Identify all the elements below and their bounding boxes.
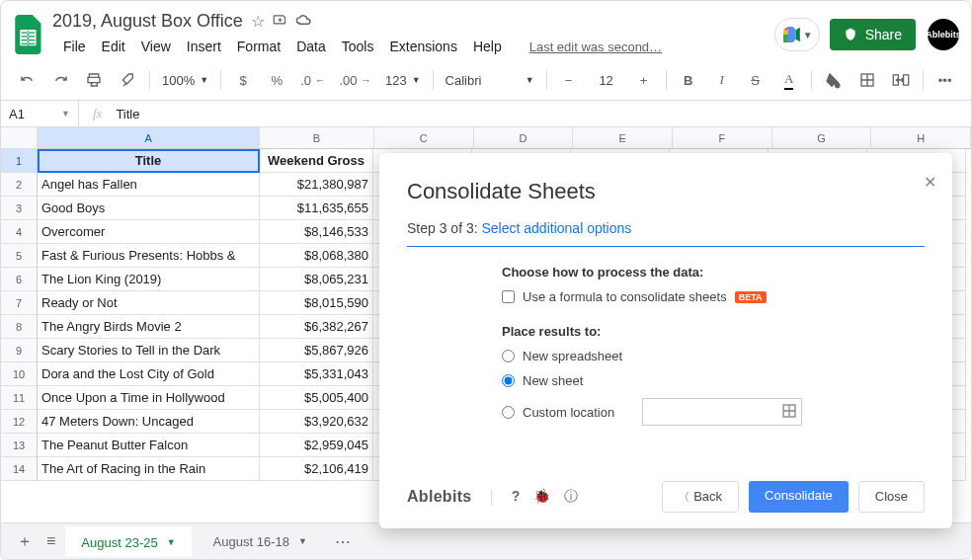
cell[interactable]: $2,959,045	[260, 434, 373, 457]
fill-color-button[interactable]	[818, 67, 850, 94]
row-header[interactable]: 13	[1, 434, 38, 457]
document-title[interactable]: 2019, August Box Office	[52, 11, 243, 32]
row-header[interactable]: 14	[1, 457, 38, 481]
column-header-c[interactable]: C	[374, 127, 474, 149]
increase-decimal-button[interactable]: .00 →	[333, 68, 377, 93]
merge-cells-button[interactable]	[885, 68, 917, 92]
cell[interactable]: The Art of Racing in the Rain	[38, 457, 260, 481]
cell[interactable]: Ready or Not	[38, 291, 260, 315]
column-header-b[interactable]: B	[260, 127, 374, 149]
more-formats-select[interactable]: 123▼	[379, 70, 427, 91]
custom-location-input[interactable]	[642, 398, 802, 426]
borders-button[interactable]	[851, 67, 883, 93]
cell[interactable]: $2,106,419	[260, 457, 373, 481]
menu-data[interactable]: Data	[289, 35, 333, 58]
cell[interactable]: $8,065,231	[260, 268, 373, 291]
font-size-select[interactable]: 12	[587, 70, 626, 91]
sheets-logo[interactable]	[13, 15, 44, 54]
meet-button[interactable]: ▼	[774, 18, 820, 51]
text-color-button[interactable]: A	[773, 66, 805, 95]
paint-format-button[interactable]	[112, 67, 143, 93]
column-header-a[interactable]: A	[38, 127, 260, 149]
help-icon[interactable]: ?	[512, 488, 521, 506]
consolidate-button[interactable]: Consolidate	[749, 481, 849, 513]
share-button[interactable]: Share	[830, 19, 916, 50]
menu-tools[interactable]: Tools	[335, 35, 381, 58]
font-select[interactable]: Calibri▼	[440, 70, 540, 91]
cell[interactable]: $11,635,655	[260, 197, 373, 220]
column-header-h[interactable]: H	[871, 127, 971, 149]
undo-button[interactable]	[11, 68, 42, 92]
format-currency-button[interactable]: $	[227, 68, 259, 93]
cell[interactable]: Fast & Furious Presents: Hobbs &	[38, 244, 260, 268]
range-picker-icon[interactable]	[781, 403, 797, 422]
menu-file[interactable]: File	[56, 35, 93, 58]
row-header[interactable]: 5	[1, 244, 38, 268]
column-header-d[interactable]: D	[474, 127, 574, 149]
menu-extensions[interactable]: Extensions	[382, 35, 463, 58]
menu-edit[interactable]: Edit	[95, 35, 132, 58]
use-formula-checkbox[interactable]	[502, 290, 515, 303]
more-toolbar-button[interactable]: •••	[930, 68, 961, 93]
print-button[interactable]	[78, 67, 110, 93]
select-all-corner[interactable]	[1, 127, 38, 149]
cell[interactable]: The Lion King (2019)	[38, 268, 260, 291]
font-size-increment[interactable]: +	[628, 68, 660, 93]
bug-icon[interactable]: 🐞	[533, 488, 550, 506]
cell[interactable]: 47 Meters Down: Uncaged	[38, 410, 260, 434]
cell[interactable]: $21,380,987	[260, 173, 373, 197]
cell[interactable]: Good Boys	[38, 197, 260, 220]
cell[interactable]: Once Upon a Time in Hollywood	[38, 386, 260, 410]
format-percent-button[interactable]: %	[261, 68, 292, 93]
option-custom-location[interactable]: Custom location	[502, 398, 925, 426]
row-header[interactable]: 12	[1, 410, 38, 434]
zoom-select[interactable]: 100%▼	[156, 70, 214, 91]
last-edit-link[interactable]: Last edit was second…	[523, 36, 669, 58]
cell[interactable]: $8,146,533	[260, 220, 373, 244]
italic-button[interactable]: I	[706, 67, 738, 93]
new-spreadsheet-radio[interactable]	[502, 350, 515, 362]
option-new-spreadsheet[interactable]: New spreadsheet	[502, 349, 925, 363]
cell[interactable]: The Angry Birds Movie 2	[38, 315, 260, 339]
dialog-close-button[interactable]: ✕	[924, 173, 936, 192]
new-sheet-radio[interactable]	[502, 374, 515, 387]
row-header[interactable]: 10	[1, 362, 38, 386]
option-use-formula[interactable]: Use a formula to consolidate sheets BETA	[502, 289, 925, 304]
bold-button[interactable]: B	[673, 68, 704, 93]
menu-format[interactable]: Format	[230, 35, 287, 58]
cell[interactable]: Overcomer	[38, 220, 260, 244]
row-header[interactable]: 6	[1, 268, 38, 291]
cell[interactable]: $5,005,400	[260, 386, 373, 410]
cell[interactable]: Weekend Gross	[260, 149, 373, 173]
row-header[interactable]: 7	[1, 291, 38, 315]
decrease-decimal-button[interactable]: .0 ←	[294, 68, 331, 93]
cell[interactable]: The Peanut Butter Falcon	[38, 434, 260, 457]
cell[interactable]: $6,382,267	[260, 315, 373, 339]
cell[interactable]: $5,867,926	[260, 339, 373, 362]
cell[interactable]: Angel has Fallen	[38, 173, 260, 197]
move-icon[interactable]	[273, 12, 287, 31]
row-header[interactable]: 9	[1, 339, 38, 362]
info-icon[interactable]: ⓘ	[564, 488, 578, 506]
row-header[interactable]: 3	[1, 197, 38, 220]
row-header[interactable]: 11	[1, 386, 38, 410]
row-header[interactable]: 8	[1, 315, 38, 339]
more-sheets-icon[interactable]: ⋯	[335, 532, 351, 551]
cell[interactable]: $8,068,380	[260, 244, 373, 268]
option-new-sheet[interactable]: New sheet	[502, 373, 925, 388]
add-sheet-button[interactable]: ＋	[13, 527, 37, 556]
cell[interactable]: $3,920,632	[260, 410, 373, 434]
column-header-f[interactable]: F	[673, 127, 772, 149]
star-icon[interactable]: ☆	[251, 12, 265, 31]
dialog-step-link[interactable]: Select additional options	[482, 220, 632, 236]
all-sheets-button[interactable]: ≡	[42, 528, 59, 554]
name-box[interactable]: A1▼	[1, 101, 79, 126]
column-header-g[interactable]: G	[772, 127, 872, 149]
menu-view[interactable]: View	[134, 35, 178, 58]
cell[interactable]: $8,015,590	[260, 291, 373, 315]
column-header-e[interactable]: E	[573, 127, 673, 149]
close-button[interactable]: Close	[858, 481, 925, 513]
account-avatar[interactable]: Ablebits	[928, 19, 959, 50]
cell[interactable]: Dora and the Lost City of Gold	[38, 362, 260, 386]
font-size-decrement[interactable]: −	[553, 68, 585, 93]
